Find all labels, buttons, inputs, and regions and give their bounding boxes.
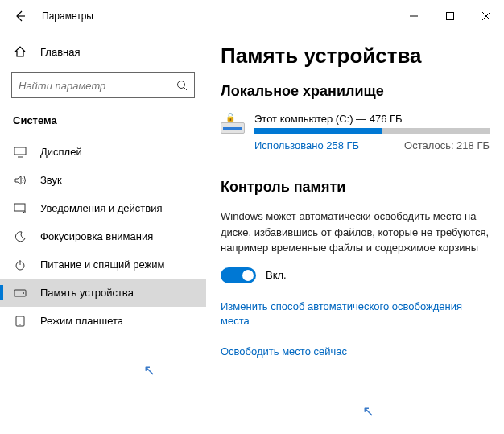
home-icon (13, 45, 27, 58)
nav-label: Фокусировка внимания (40, 230, 153, 242)
nav-label: Уведомления и действия (40, 202, 163, 214)
storage-free-label: Осталось: 218 ГБ (404, 139, 490, 151)
notifications-icon (13, 203, 27, 214)
sound-icon (13, 175, 27, 186)
storage-sense-description: Windows может автоматически освободить м… (221, 209, 490, 256)
nav-label: Режим планшета (40, 315, 123, 327)
link-change-auto-free[interactable]: Изменить способ автоматического освобожд… (221, 300, 490, 329)
nav-item-focus[interactable]: Фокусировка внимания (0, 222, 206, 250)
main-content: Память устройства Локальное хранилище 🔓 … (206, 32, 504, 434)
close-button[interactable] (468, 4, 504, 28)
section-title: Система (0, 106, 206, 138)
window-title: Параметры (42, 10, 395, 22)
page-title: Память устройства (221, 43, 490, 68)
back-button[interactable] (8, 4, 32, 28)
display-icon (13, 147, 27, 158)
storage-icon (13, 289, 27, 297)
storage-bar (254, 128, 490, 134)
maximize-button[interactable] (432, 4, 468, 28)
link-free-now[interactable]: Освободить место сейчас (221, 345, 490, 359)
svg-point-8 (19, 324, 20, 324)
storage-sense-toggle[interactable] (221, 267, 256, 283)
power-icon (13, 259, 27, 271)
svg-point-1 (178, 81, 185, 89)
nav-item-sound[interactable]: Звук (0, 166, 206, 194)
nav-item-tablet[interactable]: Режим планшета (0, 307, 206, 335)
nav-label: Дисплей (40, 146, 82, 158)
nav-label: Звук (40, 174, 62, 186)
drive-row[interactable]: 🔓 Этот компьютер (C:) — 476 ГБ Использов… (221, 113, 490, 151)
home-label: Главная (40, 46, 80, 58)
storage-sense-heading: Контроль памяти (221, 179, 490, 196)
svg-point-6 (23, 292, 24, 294)
moon-icon (13, 231, 27, 242)
drive-name: Этот компьютер (C:) — 476 ГБ (254, 113, 490, 125)
search-field[interactable] (19, 80, 176, 92)
nav-label: Память устройства (40, 287, 134, 299)
nav-label: Питание и спящий режим (40, 258, 164, 271)
home-button[interactable]: Главная (0, 39, 206, 64)
svg-rect-3 (14, 204, 25, 211)
svg-rect-0 (446, 13, 453, 20)
local-storage-heading: Локальное хранилище (221, 83, 490, 100)
drive-icon: 🔓 (221, 113, 245, 134)
tablet-icon (13, 316, 27, 327)
nav-item-power[interactable]: Питание и спящий режим (0, 250, 206, 279)
nav-item-display[interactable]: Дисплей (0, 138, 206, 166)
toggle-label: Вкл. (266, 269, 287, 281)
minimize-button[interactable] (395, 4, 432, 28)
nav-item-notifications[interactable]: Уведомления и действия (0, 194, 206, 222)
svg-rect-2 (14, 147, 26, 155)
search-icon (176, 80, 188, 91)
search-input[interactable] (11, 72, 195, 98)
sidebar: Главная Система Дисплей Звук Уведомления… (0, 32, 206, 434)
storage-used-link[interactable]: Использовано 258 ГБ (254, 139, 359, 151)
nav-item-storage[interactable]: Память устройства (0, 279, 206, 307)
